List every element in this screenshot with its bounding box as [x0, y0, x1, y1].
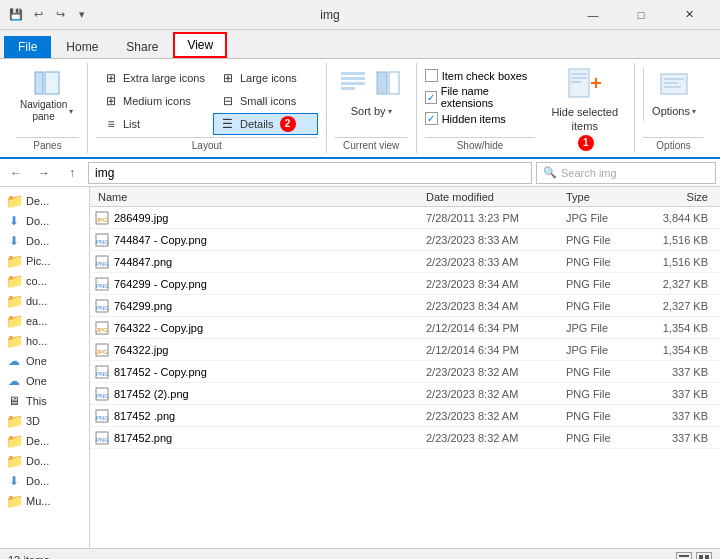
nav-item-3d[interactable]: 📁 3D [0, 411, 89, 431]
file-type: PNG File [566, 410, 646, 422]
table-row[interactable]: PNG 764299 - Copy.png 2/23/2023 8:34 AM … [90, 273, 720, 295]
close-button[interactable]: ✕ [666, 0, 712, 30]
nav-pane-icon [33, 69, 61, 97]
hide-selected-label: Hide selecteditems [551, 105, 618, 134]
table-row[interactable]: JPG 764322 - Copy.jpg 2/12/2014 6:34 PM … [90, 317, 720, 339]
col-header-size[interactable]: Size [646, 191, 716, 203]
large-icons-button[interactable]: ⊞ Large icons [213, 67, 318, 89]
table-row[interactable]: PNG 817452 .png 2/23/2023 8:32 AM PNG Fi… [90, 405, 720, 427]
nav-item-doc[interactable]: 📁 Do... [0, 451, 89, 471]
quick-access-icon[interactable]: 💾 [8, 7, 24, 23]
file-name-extensions-option[interactable]: ✓ File name extensions [425, 85, 536, 109]
layout-grid: ⊞ Extra large icons ⊞ Large icons ⊞ Medi… [96, 67, 318, 135]
tab-file[interactable]: File [4, 36, 51, 58]
col-header-type[interactable]: Type [566, 191, 646, 203]
svg-text:PNG: PNG [96, 283, 109, 289]
file-date: 2/12/2014 6:34 PM [426, 322, 566, 334]
table-row[interactable]: JPG 286499.jpg 7/28/2011 3:23 PM JPG Fil… [90, 207, 720, 229]
ho-folder-icon: 📁 [6, 333, 22, 349]
col-header-date[interactable]: Date modified [426, 191, 566, 203]
item-check-boxes-label: Item check boxes [442, 70, 528, 82]
nav-item-downloads2[interactable]: ⬇ Do... [0, 231, 89, 251]
tab-view[interactable]: View [173, 32, 227, 58]
hidden-items-label: Hidden items [442, 113, 506, 125]
item-count: 12 items [8, 554, 50, 560]
svg-rect-7 [389, 72, 399, 94]
table-row[interactable]: PNG 817452 - Copy.png 2/23/2023 8:32 AM … [90, 361, 720, 383]
sort-by-button[interactable]: Sort by ▾ [343, 101, 400, 121]
minimize-button[interactable]: — [570, 0, 616, 30]
details-button[interactable]: ☰ Details 2 [213, 113, 318, 135]
file-icon-png8: PNG [94, 430, 110, 446]
address-path: img [95, 166, 114, 180]
file-icon-png5: PNG [94, 364, 110, 380]
up-button[interactable]: ↑ [60, 162, 84, 184]
layout-label: Layout [96, 137, 318, 153]
title-bar-icons: 💾 ↩ ↪ ▾ [8, 7, 90, 23]
download-icon-2: ⬇ [6, 233, 22, 249]
redo-icon[interactable]: ↪ [52, 7, 68, 23]
nav-item-ho[interactable]: 📁 ho... [0, 331, 89, 351]
nav-item-download3[interactable]: ⬇ Do... [0, 471, 89, 491]
nav-item-onedrive2[interactable]: ☁ One [0, 371, 89, 391]
svg-text:PNG: PNG [96, 371, 109, 377]
svg-text:PNG: PNG [96, 305, 109, 311]
hide-selected-button[interactable]: Hide selecteditems [543, 67, 626, 134]
table-row[interactable]: PNG 817452 (2).png 2/23/2023 8:32 AM PNG… [90, 383, 720, 405]
file-name-extensions-checkbox[interactable]: ✓ [425, 91, 437, 104]
address-bar[interactable]: img [88, 162, 532, 184]
undo-icon[interactable]: ↩ [30, 7, 46, 23]
file-size: 3,844 KB [646, 212, 716, 224]
nav-item-desktop[interactable]: 📁 De... [0, 191, 89, 211]
nav-item-onedrive1[interactable]: ☁ One [0, 351, 89, 371]
nav-item-co[interactable]: 📁 co... [0, 271, 89, 291]
list-button[interactable]: ≡ List [96, 113, 212, 135]
svg-text:PNG: PNG [96, 437, 109, 443]
extra-large-icons-button[interactable]: ⊞ Extra large icons [96, 67, 212, 89]
large-view-btn[interactable] [696, 552, 712, 560]
nav-item-pictures[interactable]: 📁 Pic... [0, 251, 89, 271]
small-icons-button[interactable]: ⊟ Small icons [213, 90, 318, 112]
table-row[interactable]: PNG 744847 - Copy.png 2/23/2023 8:33 AM … [90, 229, 720, 251]
nav-item-du[interactable]: 📁 du... [0, 291, 89, 311]
file-icon-png3: PNG [94, 276, 110, 292]
ea-folder-icon: 📁 [6, 313, 22, 329]
maximize-button[interactable]: □ [618, 0, 664, 30]
table-row[interactable]: JPG 764322.jpg 2/12/2014 6:34 PM JPG Fil… [90, 339, 720, 361]
file-name: 817452 (2).png [114, 388, 426, 400]
nav-item-downloads1[interactable]: ⬇ Do... [0, 211, 89, 231]
chevron-down-icon[interactable]: ▾ [74, 7, 90, 23]
file-type: PNG File [566, 388, 646, 400]
file-icon-jpg2: JPG [94, 320, 110, 336]
nav-item-desktop2[interactable]: 📁 De... [0, 431, 89, 451]
current-view-content: Sort by ▾ [335, 63, 408, 135]
tab-share[interactable]: Share [113, 35, 171, 58]
medium-icons-button[interactable]: ⊞ Medium icons [96, 90, 212, 112]
item-check-boxes-option[interactable]: Item check boxes [425, 69, 528, 82]
hidden-items-option[interactable]: ✓ Hidden items [425, 112, 506, 125]
table-row[interactable]: PNG 764299.png 2/23/2023 8:34 AM PNG Fil… [90, 295, 720, 317]
back-button[interactable]: ← [4, 162, 28, 184]
table-row[interactable]: PNG 817452.png 2/23/2023 8:32 AM PNG Fil… [90, 427, 720, 449]
details-view-btn[interactable] [676, 552, 692, 560]
file-icon-png: PNG [94, 232, 110, 248]
dropdown-arrow: ▾ [69, 107, 73, 116]
show-hide-label: Show/hide [425, 137, 536, 153]
tab-home[interactable]: Home [53, 35, 111, 58]
nav-item-ea[interactable]: 📁 ea... [0, 311, 89, 331]
table-row[interactable]: PNG 744847.png 2/23/2023 8:33 AM PNG Fil… [90, 251, 720, 273]
hide-selected-icon [567, 67, 603, 103]
options-icon [658, 71, 690, 103]
pictures-folder-icon: 📁 [6, 253, 22, 269]
options-label: Options ▾ [652, 105, 696, 117]
nav-item-this-pc[interactable]: 🖥 This [0, 391, 89, 411]
item-check-boxes-checkbox[interactable] [425, 69, 438, 82]
search-bar[interactable]: 🔍 Search img [536, 162, 716, 184]
forward-button[interactable]: → [32, 162, 56, 184]
hidden-items-checkbox[interactable]: ✓ [425, 112, 438, 125]
col-header-name[interactable]: Name [94, 191, 426, 203]
options-button[interactable]: Options ▾ [643, 67, 704, 121]
nav-item-music[interactable]: 📁 Mu... [0, 491, 89, 511]
file-type: PNG File [566, 256, 646, 268]
navigation-pane-button[interactable]: Navigationpane ▾ [16, 67, 77, 125]
